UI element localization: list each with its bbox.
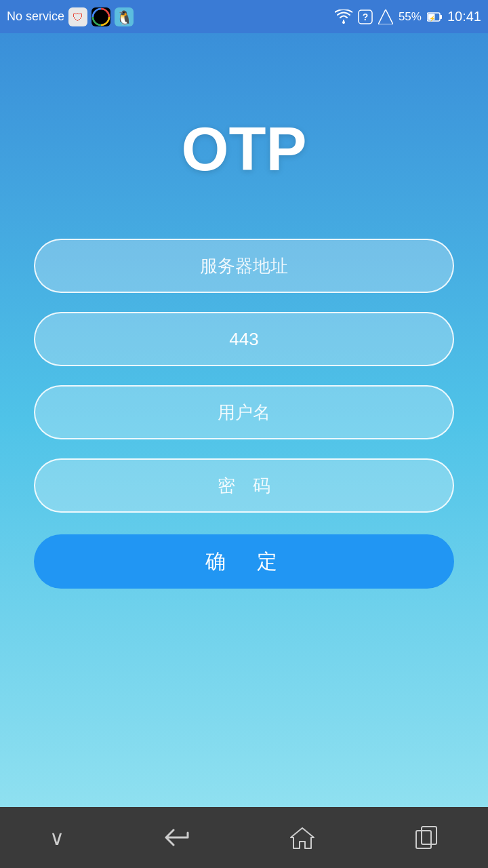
svg-rect-2: [92, 7, 110, 26]
svg-marker-9: [378, 9, 393, 24]
svg-text:🛡: 🛡: [73, 12, 83, 23]
username-field[interactable]: [34, 385, 454, 439]
svg-text:🐧: 🐧: [116, 9, 133, 26]
back-button[interactable]: [143, 819, 211, 856]
password-input[interactable]: [35, 475, 453, 496]
recents-button[interactable]: [394, 818, 459, 856]
svg-rect-14: [416, 831, 431, 848]
confirm-button[interactable]: 确 定: [34, 534, 454, 589]
battery-icon: ⚡: [427, 12, 442, 22]
time-display: 10:41: [447, 9, 481, 24]
app-title: OTP: [181, 115, 306, 184]
question-icon: ?: [358, 9, 373, 24]
svg-point-6: [342, 21, 345, 24]
signal-icon: [378, 9, 393, 24]
server-address-field[interactable]: [34, 239, 454, 293]
svg-text:?: ?: [363, 12, 369, 22]
battery-text: 55%: [399, 10, 422, 24]
svg-text:⚡: ⚡: [429, 15, 436, 22]
username-input[interactable]: [35, 402, 453, 423]
no-service-text: No service: [7, 9, 64, 24]
svg-rect-11: [440, 15, 442, 19]
status-bar: No service 🛡 🐧: [0, 0, 488, 33]
svg-rect-15: [422, 827, 436, 844]
server-address-input[interactable]: [35, 256, 453, 277]
home-button[interactable]: [269, 818, 336, 856]
main-content: OTP 确 定: [0, 33, 488, 807]
nav-bar: ∨: [0, 807, 488, 868]
app-icon-2: [92, 7, 110, 26]
app-icon-1: 🛡: [68, 7, 87, 26]
port-field[interactable]: [34, 312, 454, 366]
port-input[interactable]: [35, 329, 453, 350]
password-field[interactable]: [34, 458, 454, 513]
app-icon-3: 🐧: [115, 7, 134, 26]
wifi-icon: [335, 9, 352, 24]
dropdown-button[interactable]: ∨: [29, 819, 85, 856]
